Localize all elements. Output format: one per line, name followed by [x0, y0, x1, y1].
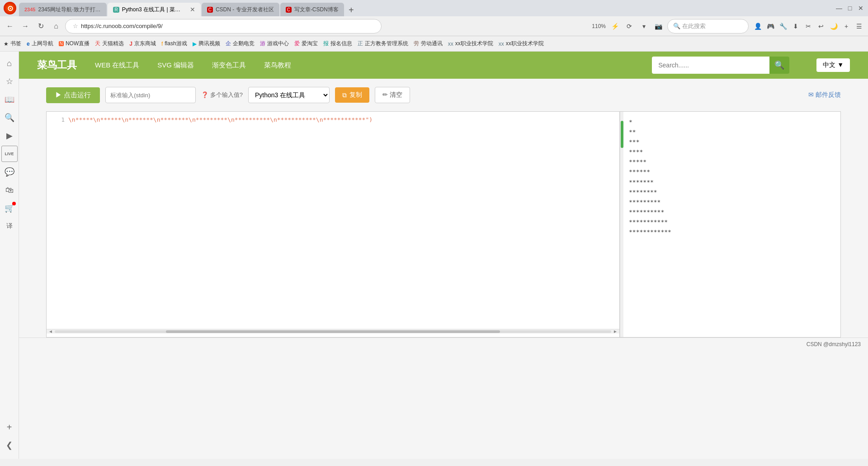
bookmark-now[interactable]: N NOW直播 — [59, 40, 90, 48]
profile-icon[interactable]: 👤 — [752, 21, 763, 32]
sidebar-book-icon[interactable]: 📖 — [1, 91, 18, 108]
bookmark-xx1[interactable]: xx xx职业技术学院 — [448, 40, 493, 48]
code-editor-inner: 1 \n*****\n******\n*******\n********\n**… — [47, 112, 619, 329]
toolbar-icons-right: 👤 🎮 🔧 ⬇ ✂ ↩ 🌙 + ☰ — [752, 21, 864, 32]
game-icon[interactable]: 🎮 — [765, 21, 776, 32]
address-star-icon: ☆ — [73, 23, 78, 29]
browser-search-box[interactable]: 🔍 在此搜索 — [667, 19, 749, 33]
bookmark-aitao-label: 爱淘宝 — [302, 40, 318, 48]
home-button[interactable]: ⌂ — [50, 20, 62, 33]
tab-close-runoob[interactable]: ✕ — [190, 6, 195, 13]
nav-search-button[interactable]: 🔍 — [769, 57, 789, 74]
bookmarks-bar: ★ 书签 e 上网导航 N NOW直播 天 天猫精选 J 京东商城 f flas… — [0, 36, 868, 52]
sidebar-home-icon[interactable]: ⌂ — [1, 55, 18, 71]
refresh-button[interactable]: ↻ — [34, 20, 47, 33]
bookmark-video-label: 腾讯视频 — [198, 40, 220, 48]
sidebar-star-icon[interactable]: ☆ — [1, 73, 18, 90]
back-button[interactable]: ← — [4, 20, 16, 33]
close-button[interactable]: ✕ — [857, 5, 864, 12]
sidebar-video-icon[interactable]: ▶ — [1, 128, 18, 144]
output-line-2: ** — [629, 127, 835, 137]
bookmark-aitao[interactable]: 爱 爱淘宝 — [294, 40, 318, 48]
horizontal-scrollbar[interactable]: ◄ ► — [47, 329, 619, 333]
forward-button[interactable]: → — [19, 20, 32, 33]
minimize-button[interactable]: — — [835, 5, 843, 12]
output-line-10: ********** — [629, 207, 835, 217]
download-icon[interactable]: ⬇ — [790, 21, 801, 32]
stdin-input[interactable] — [105, 87, 196, 103]
bookmark-game[interactable]: 游 游戏中心 — [260, 40, 289, 48]
sidebar-bag-icon[interactable]: 🛍 — [1, 182, 18, 198]
bookmark-flash[interactable]: f flash游戏 — [161, 40, 187, 48]
tab-csdn-write[interactable]: C 写文章-CSDN博客 — [280, 3, 344, 16]
address-bar: ← → ↻ ⌂ ☆ https://c.runoob.com/compile/9… — [0, 16, 868, 36]
left-sidebar: ⌂ ☆ 📖 🔍 ▶ LIVE 💬 🛍 🛒 译 + ❮ — [0, 52, 19, 459]
extension-icon[interactable]: 🔧 — [778, 21, 788, 32]
code-editor[interactable]: 1 \n*****\n******\n*******\n********\n**… — [47, 112, 620, 337]
address-right-controls: 110% ⚡ ⟳ ▾ 📷 🔍 在此搜索 👤 🎮 🔧 ⬇ ✂ ↩ 🌙 + ☰ — [592, 19, 864, 33]
browser-frame: ⊙ 2345 2345网址导航·致力于打造百年品牌 R Python3 在线工具… — [0, 0, 868, 459]
address-input[interactable]: ☆ https://c.runoob.com/compile/9/ — [65, 19, 382, 33]
bookmark-wangzhi[interactable]: e 上网导航 — [27, 40, 53, 48]
bookmark-laodong-label: 劳动通讯 — [421, 40, 443, 48]
tab-csdn[interactable]: C CSDN - 专业开发者社区 — [202, 3, 279, 16]
maximize-button[interactable]: □ — [846, 5, 854, 12]
sidebar-translate-icon[interactable]: 译 — [1, 218, 18, 234]
output-line-5: ***** — [629, 157, 835, 167]
bookmark-zhengfang[interactable]: 正 正方教务管理系统 — [358, 40, 408, 48]
tab-favicon-runoob: R — [113, 7, 119, 13]
bookmark-tencent-video[interactable]: ▶ 腾讯视频 — [193, 40, 220, 48]
scissors-icon[interactable]: ✂ — [803, 21, 814, 32]
sidebar-collapse-icon[interactable]: ❮ — [1, 437, 18, 453]
bookmark-now-label: NOW直播 — [66, 40, 90, 48]
sidebar-search-icon[interactable]: 🔍 — [1, 109, 18, 126]
bookmark-tianmao-icon: 天 — [95, 40, 100, 48]
plus-addr-icon[interactable]: + — [841, 21, 852, 32]
tab-2345[interactable]: 2345 2345网址导航·致力于打造百年品牌 — [19, 3, 107, 16]
bookmark-baoming[interactable]: 报 报名信息 — [323, 40, 352, 48]
nav-search-input[interactable] — [652, 57, 769, 74]
right-scrollbar[interactable] — [620, 112, 623, 337]
bookmark-jd[interactable]: J 京东商城 — [129, 40, 156, 48]
clear-button[interactable]: ✏ 清空 — [375, 87, 410, 103]
bookmark-star[interactable]: ★ 书签 — [4, 40, 21, 48]
scroll-left-arrow[interactable]: ◄ — [48, 329, 53, 334]
feedback-link[interactable]: ✉ 邮件反馈 — [808, 91, 841, 99]
copy-button[interactable]: ⧉ 复制 — [335, 87, 369, 103]
menu-icon[interactable]: ☰ — [854, 21, 864, 32]
moon-icon[interactable]: 🌙 — [828, 21, 839, 32]
sidebar-add-icon[interactable]: + — [1, 419, 18, 435]
bookmark-laodong[interactable]: 劳 劳动通讯 — [414, 40, 443, 48]
status-text: CSDN @dmzshyl1123 — [807, 341, 861, 347]
editor-area: 1 \n*****\n******\n*******\n********\n**… — [46, 111, 841, 338]
sidebar-live-icon[interactable]: LIVE — [1, 146, 18, 162]
bookmark-jd-icon: J — [129, 41, 132, 47]
line-number-1: 1 — [51, 116, 65, 123]
bookmark-xx2[interactable]: xx xx职业技术学院 — [499, 40, 544, 48]
bookmark-qipengame[interactable]: 企 企鹅电竞 — [226, 40, 255, 48]
lang-select[interactable]: Python3 在线工具 Python2 在线工具 Java 在线工具 C 在线… — [248, 87, 330, 103]
bookmark-xx1-label: xx职业技术学院 — [455, 40, 493, 48]
output-line-9: ********* — [629, 197, 835, 207]
sidebar-chat-icon[interactable]: 💬 — [1, 164, 18, 180]
run-button[interactable]: ▶ 点击运行 — [46, 87, 100, 103]
undo-icon[interactable]: ↩ — [816, 21, 826, 32]
refresh-small-icon[interactable]: ⟳ — [624, 21, 635, 32]
nav-svg-editor[interactable]: SVG 编辑器 — [157, 61, 194, 70]
bookmark-tianmao[interactable]: 天 天猫精选 — [95, 40, 124, 48]
nav-web-tools[interactable]: WEB 在线工具 — [95, 61, 139, 70]
title-bar: ⊙ 2345 2345网址导航·致力于打造百年品牌 R Python3 在线工具… — [0, 0, 868, 16]
tab-title-csdn: CSDN - 专业开发者社区 — [216, 6, 274, 14]
sidebar-cart-icon[interactable]: 🛒 — [1, 200, 18, 216]
tab-runoob[interactable]: R Python3 在线工具 | 菜鸟工具 ✕ — [108, 3, 200, 16]
tab-title-runoob: Python3 在线工具 | 菜鸟工具 — [122, 6, 185, 14]
scroll-right-arrow[interactable]: ► — [613, 329, 618, 334]
scroll-track[interactable] — [55, 330, 611, 333]
new-tab-button[interactable]: + — [345, 4, 358, 16]
lang-button[interactable]: 中文 ▼ — [816, 58, 850, 72]
multi-input-label[interactable]: ❓ 多个输入值? — [201, 91, 243, 99]
nav-runoob[interactable]: 菜鸟教程 — [264, 61, 291, 70]
tab-title-2345: 2345网址导航·致力于打造百年品牌 — [38, 6, 101, 14]
nav-gradient[interactable]: 渐变色工具 — [212, 61, 246, 70]
code-line-1: 1 \n*****\n******\n*******\n********\n**… — [51, 116, 615, 123]
